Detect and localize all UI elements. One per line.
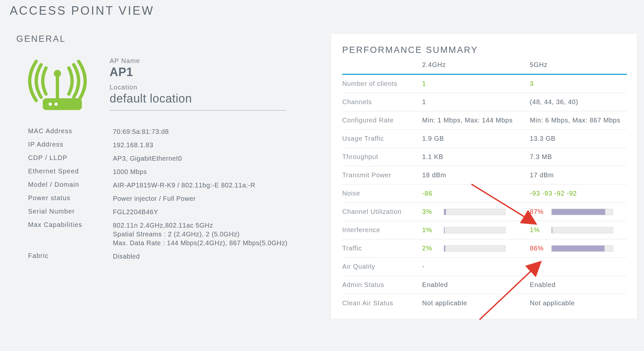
perf-row: Air Quality-- — [342, 258, 627, 276]
general-property-row: Ethernet Speed1000 Mbps — [28, 165, 312, 179]
general-panel: GENERAL — [16, 34, 312, 319]
perf-cell: 1 — [422, 93, 530, 111]
general-property-row: Model / DomainAIR-AP1815W-R-K9 / 802.11b… — [28, 179, 312, 192]
perf-cell: Not applicable — [422, 294, 530, 312]
divider — [110, 110, 286, 111]
property-value: Power injector / Full Power — [113, 194, 312, 203]
property-label: CDP / LLDP — [28, 154, 113, 163]
perf-value: -93 -93 -92 -92 — [530, 190, 577, 197]
property-value: 1000 Mbps — [113, 168, 312, 176]
perf-cell: - — [530, 258, 627, 276]
perf-cell: 13.3 GB — [530, 130, 627, 148]
perf-metric-label: Noise — [342, 184, 422, 203]
perf-col-24ghz: 2.4GHz — [422, 61, 530, 74]
performance-panel: PERFORMANCE SUMMARY 2.4GHz 5GHz Number o… — [331, 34, 637, 319]
perf-metric-label: Traffic — [342, 239, 422, 258]
perf-cell: 1% — [530, 221, 627, 239]
perf-metric-label: Throughput — [342, 148, 422, 166]
perf-value: Not applicable — [530, 299, 575, 307]
access-point-icon — [28, 57, 87, 113]
perf-cell: -86 — [422, 184, 530, 203]
perf-percent: 1% — [530, 226, 547, 234]
perf-row: Throughput1.1 KB7.3 MB — [342, 148, 627, 166]
perf-cell: Not applicable — [530, 294, 627, 312]
perf-value: Min: 6 Mbps, Max: 867 Mbps — [530, 117, 621, 124]
perf-cell: 1 — [422, 75, 530, 93]
general-property-row: IP Address192.168.1.83 — [28, 138, 312, 152]
perf-metric-label: Admin Status — [342, 276, 422, 294]
perf-cell: Enabled — [422, 276, 530, 294]
property-value: AP3, GigabitEthernet0 — [113, 154, 312, 163]
property-label: IP Address — [28, 141, 113, 150]
perf-cell: Min: 1 Mbps, Max: 144 Mbps — [422, 111, 530, 130]
perf-metric-label: Air Quality — [342, 258, 422, 276]
perf-cell: 17 dBm — [530, 166, 627, 184]
property-label: Model / Domain — [28, 181, 113, 190]
perf-value: - — [530, 263, 532, 270]
perf-row: Number of clients13 — [342, 75, 627, 93]
property-value: AIR-AP1815W-R-K9 / 802.11bg:-E 802.11a:-… — [113, 181, 312, 190]
perf-metric-label: Clean Air Status — [342, 294, 422, 312]
page-title: ACCESS POINT VIEW — [0, 0, 644, 18]
perf-value: 17 dBm — [530, 171, 554, 179]
perf-row: Noise-86-93 -93 -92 -92 — [342, 184, 627, 203]
perf-value: 1.1 KB — [422, 153, 443, 160]
ap-name-value: AP1 — [110, 65, 312, 79]
perf-metric-label: Usage Traffic — [342, 130, 422, 148]
property-value: Disabled — [113, 252, 312, 261]
perf-row: Channels1(48, 44, 36, 40) — [342, 93, 627, 111]
perf-cell: 86% — [530, 239, 627, 258]
property-label: Ethernet Speed — [28, 168, 113, 176]
perf-bar — [551, 209, 613, 215]
perf-value: 18 dBm — [422, 171, 446, 179]
perf-percent: 87% — [530, 208, 547, 215]
property-label: Serial Number — [28, 208, 113, 216]
perf-cell: 3 — [530, 75, 627, 93]
general-property-row: FabricDisabled — [28, 250, 312, 263]
perf-cell: 3% — [422, 203, 530, 221]
perf-cell: (48, 44, 36, 40) — [530, 93, 627, 111]
perf-row: Transmit Power18 dBm17 dBm — [342, 166, 627, 184]
property-label: MAC Address — [28, 127, 113, 136]
perf-cell: 18 dBm — [422, 166, 530, 184]
property-value: 802.11n 2.4GHz,802.11ac 5GHz Spatial Str… — [113, 221, 312, 247]
perf-col-empty — [342, 61, 422, 74]
perf-value: 1 — [422, 98, 426, 105]
perf-bar — [551, 227, 613, 233]
perf-bar — [444, 209, 506, 215]
perf-metric-label: Interference — [342, 221, 422, 239]
perf-cell: -93 -93 -92 -92 — [530, 184, 627, 203]
general-heading: GENERAL — [16, 34, 312, 44]
perf-percent: 3% — [422, 208, 439, 215]
perf-row: Usage Traffic1.9 GB13.3 GB — [342, 130, 627, 148]
perf-cell: 1.9 GB — [422, 130, 530, 148]
ap-location-value: default location — [110, 92, 312, 105]
perf-cell: 1.1 KB — [422, 148, 530, 166]
general-property-row: Power statusPower injector / Full Power — [28, 192, 312, 205]
general-property-row: MAC Address70:69:5a:81:73:d8 — [28, 125, 312, 138]
performance-table: 2.4GHz 5GHz Number of clients13Channels1… — [342, 61, 627, 312]
perf-row: Traffic2%86% — [342, 239, 627, 258]
perf-metric-label: Number of clients — [342, 75, 422, 93]
property-value: 70:69:5a:81:73:d8 — [113, 127, 312, 136]
property-label: Fabric — [28, 252, 113, 261]
general-property-row: Serial NumberFGL2204B46Y — [28, 205, 312, 219]
perf-percent: 1% — [422, 226, 439, 234]
perf-cell: - — [422, 258, 530, 276]
property-label: Max Capabilities — [28, 221, 113, 247]
perf-value: 1 — [422, 80, 426, 87]
general-property-row: CDP / LLDPAP3, GigabitEthernet0 — [28, 152, 312, 165]
perf-value: (48, 44, 36, 40) — [530, 98, 578, 105]
perf-value: Min: 1 Mbps, Max: 144 Mbps — [422, 117, 513, 124]
property-value: FGL2204B46Y — [113, 208, 312, 216]
svg-point-4 — [54, 103, 58, 106]
perf-row: Admin StatusEnabledEnabled — [342, 276, 627, 294]
perf-value: -86 — [422, 190, 432, 197]
ap-name-label: AP Name — [110, 57, 312, 65]
perf-row: Clean Air StatusNot applicableNot applic… — [342, 294, 627, 312]
perf-value: Not applicable — [422, 299, 467, 307]
perf-value: 7.3 MB — [530, 153, 552, 160]
perf-row: Interference1%1% — [342, 221, 627, 239]
perf-bar — [551, 245, 613, 252]
perf-metric-label: Channels — [342, 93, 422, 111]
